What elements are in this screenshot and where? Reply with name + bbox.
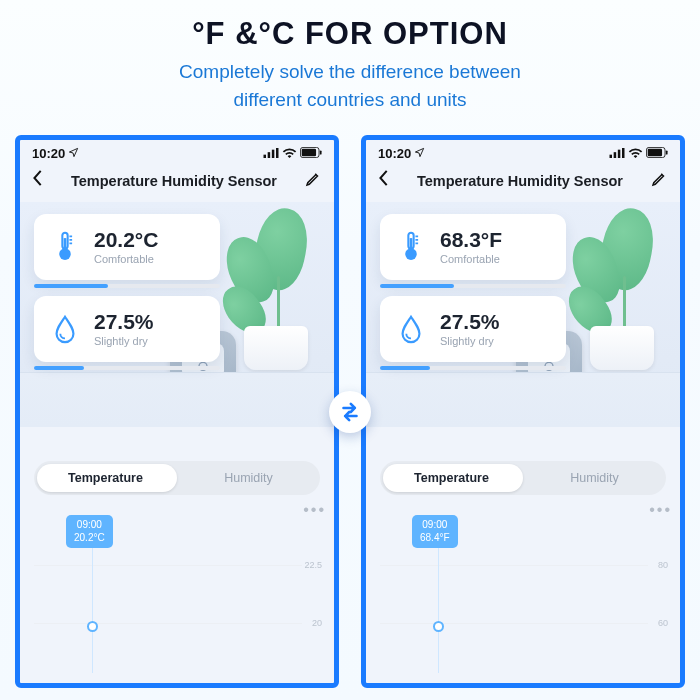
gridline-label: 22.5 [304,560,322,570]
gridline-label: 80 [658,560,668,570]
temperature-status: Comfortable [440,253,502,265]
droplet-icon [394,312,428,346]
svg-rect-2 [272,150,275,158]
screen-title: Temperature Humidity Sensor [71,173,277,189]
hero-subtitle: Completely solve the difference between … [0,58,700,113]
svg-rect-0 [264,155,267,158]
svg-rect-3 [276,148,279,158]
hero-title: °F &°C FOR OPTION [0,16,700,52]
back-button[interactable] [32,169,44,192]
screen-title: Temperature Humidity Sensor [417,173,623,189]
humidity-progress [34,366,220,370]
chart-tabs: Temperature Humidity [34,461,320,495]
phone-celsius: 10:20 Temperature Humidity Sensor [15,135,339,688]
humidity-card[interactable]: 27.5% Slightly dry [34,296,220,362]
more-icon[interactable]: ••• [649,501,672,519]
humidity-status: Slightly dry [94,335,154,347]
temperature-card[interactable]: 20.2°C Comfortable [34,214,220,280]
svg-rect-5 [302,149,316,157]
humidity-progress [380,366,566,370]
chart-tooltip: 09:00 68.4°F [412,515,458,548]
chart-tooltip: 09:00 20.2°C [66,515,113,548]
plant-illustration [572,208,672,368]
svg-rect-6 [320,150,322,154]
plant-illustration [226,208,326,368]
humidity-status: Slightly dry [440,335,500,347]
back-button[interactable] [378,169,390,192]
phone-fahrenheit: 10:20 Temperature Humidity Sensor [361,135,685,688]
wifi-icon [282,146,297,161]
location-arrow-icon [414,146,425,161]
temperature-card[interactable]: 68.3°F Comfortable [380,214,566,280]
humidity-value: 27.5% [440,311,500,332]
droplet-icon [48,312,82,346]
temperature-value: 20.2°C [94,229,158,250]
tab-humidity[interactable]: Humidity [523,471,666,485]
gridline-label: 60 [658,618,668,628]
signal-icon [263,146,279,161]
temperature-progress [34,284,220,288]
svg-rect-18 [622,148,625,158]
edit-button[interactable] [650,170,668,192]
wifi-icon [628,146,643,161]
tab-temperature[interactable]: Temperature [34,471,177,485]
svg-rect-21 [666,150,668,154]
svg-rect-11 [64,238,67,252]
status-bar: 10:20 [366,140,680,163]
clock: 10:20 [378,146,411,161]
chart[interactable]: ••• 22.5 20 09:00 20.2°C [34,501,320,683]
gridline-label: 20 [312,618,322,628]
temperature-value: 68.3°F [440,229,502,250]
svg-rect-26 [410,238,413,252]
svg-rect-16 [614,152,617,158]
tab-temperature[interactable]: Temperature [380,471,523,485]
temperature-progress [380,284,566,288]
status-bar: 10:20 [20,140,334,163]
thermometer-icon [48,230,82,264]
svg-rect-1 [268,152,271,158]
thermometer-icon [394,230,428,264]
clock: 10:20 [32,146,65,161]
chart[interactable]: ••• 80 60 09:00 68.4°F [380,501,666,683]
chart-tabs: Temperature Humidity [380,461,666,495]
svg-rect-20 [648,149,662,157]
swap-units-icon [329,391,371,433]
svg-rect-15 [610,155,613,158]
more-icon[interactable]: ••• [303,501,326,519]
battery-icon [300,146,322,161]
signal-icon [609,146,625,161]
tab-humidity[interactable]: Humidity [177,471,320,485]
battery-icon [646,146,668,161]
edit-button[interactable] [304,170,322,192]
humidity-value: 27.5% [94,311,154,332]
temperature-status: Comfortable [94,253,158,265]
humidity-card[interactable]: 27.5% Slightly dry [380,296,566,362]
location-arrow-icon [68,146,79,161]
svg-rect-17 [618,150,621,158]
